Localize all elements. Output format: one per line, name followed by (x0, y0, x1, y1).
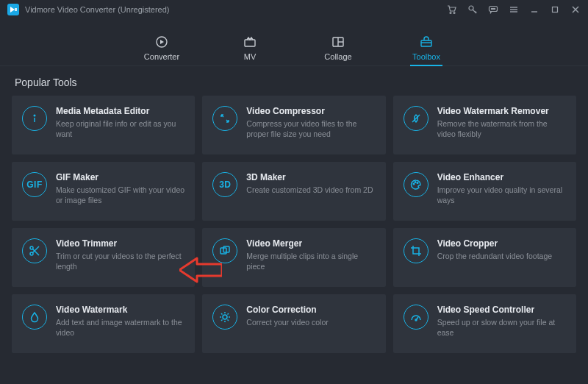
minimize-button[interactable] (529, 4, 539, 15)
svg-point-31 (30, 252, 33, 255)
svg-line-41 (221, 313, 223, 315)
feedback-icon[interactable] (488, 4, 498, 15)
3d-icon: 3D (212, 172, 237, 197)
tool-title: Video Enhancer (437, 172, 566, 182)
tool-title: Color Correction (246, 305, 375, 315)
svg-rect-18 (245, 40, 255, 46)
nav-toolbox[interactable]: Toolbox (404, 35, 448, 65)
tool-desc: Improve your video quality in several wa… (437, 185, 566, 205)
svg-rect-13 (553, 7, 558, 13)
svg-point-7 (492, 8, 493, 9)
tool-title: Video Cropper (437, 238, 566, 249)
merge-icon (212, 238, 237, 263)
tools-grid: Media Metadata Editor Keep original file… (0, 96, 588, 365)
section-heading: Popular Tools (0, 66, 588, 96)
tool-title: Video Trimmer (56, 238, 184, 249)
tool-title: Video Merger (246, 238, 375, 249)
tool-desc: Make customized GIF with your video or i… (56, 185, 184, 205)
title-bar: Vidmore Video Converter (Unregistered) (0, 0, 588, 19)
app-logo-icon (7, 4, 19, 15)
svg-point-6 (491, 8, 492, 9)
remove-watermark-icon (404, 106, 429, 131)
nav-collage[interactable]: Collage (316, 35, 360, 65)
svg-point-8 (494, 8, 495, 9)
tool-video-watermark-remover[interactable]: Video Watermark Remover Remove the water… (393, 96, 576, 154)
scissors-icon (22, 238, 47, 263)
close-button[interactable] (570, 4, 581, 15)
palette-icon (404, 172, 429, 197)
svg-line-42 (228, 320, 229, 321)
gauge-icon (404, 305, 429, 330)
cart-icon[interactable] (447, 4, 457, 15)
svg-rect-1 (15, 8, 17, 11)
tool-desc: Compress your video files to the proper … (246, 118, 375, 139)
gif-icon: GIF (22, 172, 47, 197)
titlebar-controls (447, 4, 581, 15)
nav-mv[interactable]: MV (228, 35, 272, 65)
nav-converter[interactable]: Converter (140, 35, 184, 65)
svg-line-44 (228, 313, 229, 315)
tool-desc: Keep original file info or edit as you w… (56, 118, 184, 139)
tool-title: Video Compressor (246, 106, 375, 116)
menu-icon[interactable] (509, 4, 519, 15)
svg-point-29 (417, 182, 418, 184)
nav-label: Converter (144, 52, 179, 61)
svg-point-2 (450, 13, 451, 14)
toolbox-icon (419, 35, 434, 49)
tool-video-trimmer[interactable]: Video Trimmer Trim or cut your videos to… (12, 228, 195, 287)
tool-title: Video Watermark (56, 305, 184, 315)
nav-label: MV (244, 52, 257, 61)
tool-gif-maker[interactable]: GIF GIF Maker Make customized GIF with y… (12, 162, 195, 221)
svg-point-28 (415, 182, 416, 183)
svg-line-26 (412, 115, 420, 122)
tool-media-metadata-editor[interactable]: Media Metadata Editor Keep original file… (12, 96, 195, 154)
svg-point-30 (30, 246, 33, 249)
tool-color-correction[interactable]: Color Correction Correct your video colo… (202, 294, 385, 353)
maximize-button[interactable] (550, 4, 560, 15)
crop-icon (404, 238, 429, 263)
main-nav: Converter MV Collage Toolbox (0, 19, 588, 66)
key-icon[interactable] (467, 4, 478, 15)
tool-desc: Remove the watermark from the video flex… (437, 118, 566, 139)
tool-title: 3D Maker (246, 172, 375, 182)
tool-desc: Trim or cut your videos to the perfect l… (56, 251, 184, 271)
svg-line-43 (221, 320, 223, 321)
app-title: Vidmore Video Converter (Unregistered) (25, 5, 169, 14)
mv-icon (243, 35, 257, 49)
svg-rect-22 (421, 40, 431, 46)
nav-label: Collage (324, 52, 351, 61)
tool-video-compressor[interactable]: Video Compressor Compress your video fil… (202, 96, 385, 154)
tool-desc: Add text and image watermark to the vide… (56, 317, 184, 338)
tool-desc: Speed up or slow down your file at ease (437, 317, 566, 338)
svg-point-24 (34, 115, 35, 116)
tool-video-speed-controller[interactable]: Video Speed Controller Speed up or slow … (393, 294, 576, 353)
svg-point-27 (413, 183, 415, 185)
tool-title: Video Watermark Remover (437, 106, 566, 116)
tool-video-enhancer[interactable]: Video Enhancer Improve your video qualit… (393, 162, 576, 221)
collage-icon (331, 35, 345, 49)
sun-icon (212, 305, 237, 330)
droplet-icon (22, 305, 47, 330)
nav-label: Toolbox (412, 52, 440, 61)
converter-icon (154, 35, 169, 49)
tool-video-watermark[interactable]: Video Watermark Add text and image water… (12, 294, 195, 353)
tool-desc: Correct your video color (246, 317, 375, 327)
compress-icon (212, 106, 237, 131)
tool-desc: Merge multiple clips into a single piece (246, 251, 375, 271)
svg-point-3 (453, 13, 455, 14)
tool-desc: Create customized 3D video from 2D (246, 185, 375, 195)
tool-video-merger[interactable]: Video Merger Merge multiple clips into a… (202, 228, 385, 287)
tool-desc: Crop the redundant video footage (437, 251, 566, 261)
svg-point-36 (223, 315, 227, 319)
info-icon (22, 106, 47, 131)
svg-point-46 (415, 319, 417, 321)
tool-title: GIF Maker (56, 172, 184, 182)
svg-marker-0 (10, 7, 15, 13)
tool-title: Video Speed Controller (437, 305, 566, 315)
tool-3d-maker[interactable]: 3D 3D Maker Create customized 3D video f… (202, 162, 385, 221)
tool-title: Media Metadata Editor (56, 106, 184, 116)
svg-marker-17 (160, 40, 164, 44)
tool-video-cropper[interactable]: Video Cropper Crop the redundant video f… (393, 228, 576, 287)
